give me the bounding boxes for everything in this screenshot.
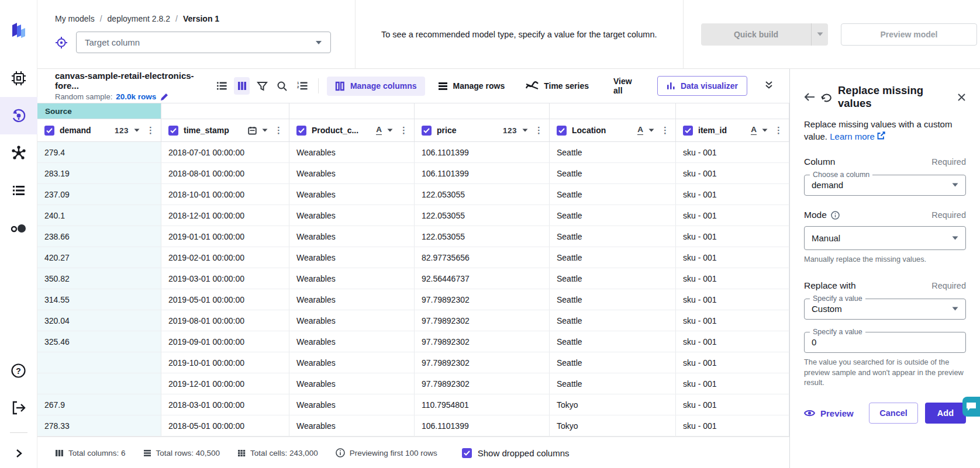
arrow-left-icon	[804, 92, 815, 102]
table-cell: 278.33	[37, 415, 161, 436]
table-cell: Wearables	[289, 226, 415, 247]
sidebar-item-sign-out[interactable]	[0, 389, 37, 427]
column-header-demand[interactable]: demand123⋮	[37, 119, 161, 141]
grid-view-button[interactable]	[234, 77, 249, 95]
quick-build-caret-button[interactable]	[811, 23, 828, 46]
source-tab[interactable]: Source	[37, 103, 161, 119]
collapse-toolbar-button[interactable]	[765, 81, 773, 92]
table-cell: Wearables	[289, 352, 415, 373]
column-checkbox[interactable]	[44, 126, 54, 136]
breadcrumb-deployment[interactable]: deployment 2.8.2	[108, 14, 170, 23]
mode-select[interactable]: Manual	[804, 226, 966, 250]
numbered-list-button[interactable]: 1 2	[295, 77, 310, 95]
column-checkbox[interactable]	[168, 126, 178, 136]
column-checkbox[interactable]	[422, 126, 432, 136]
table-cell: 420.27	[37, 247, 161, 268]
sidebar-item-automations[interactable]	[0, 209, 37, 247]
table-cell: sku - 001	[676, 289, 789, 310]
manage-columns-button[interactable]: Manage columns	[327, 77, 425, 96]
column-checkbox[interactable]	[557, 126, 567, 136]
info-icon[interactable]	[831, 211, 840, 220]
column-header-item-id[interactable]: item_idA⋮	[676, 119, 789, 141]
breadcrumb-separator: /	[175, 14, 178, 23]
table-cell: 97.79892302	[415, 310, 550, 331]
sidebar-item-canvas-active[interactable]	[0, 97, 37, 134]
table-cell: 122.053055	[415, 205, 550, 226]
quick-build-split-button: Quick build	[701, 23, 828, 46]
external-link-icon[interactable]	[877, 131, 885, 140]
learn-more-link[interactable]: Learn more	[830, 131, 875, 141]
table-cell: 110.7954801	[415, 394, 550, 415]
sidebar-item-help[interactable]: ?	[0, 352, 37, 389]
table-cell: 325.46	[37, 331, 161, 352]
table-cell: 2019-05-01 00:00:00	[161, 289, 289, 310]
target-column-select[interactable]: Target column	[76, 32, 331, 53]
column-checkbox[interactable]	[296, 126, 306, 136]
column-select[interactable]: Choose a column demand	[804, 171, 966, 196]
data-visualizer-button[interactable]: Data visualizer	[657, 76, 747, 96]
column-menu-button[interactable]: ⋮	[145, 125, 156, 136]
column-menu-button[interactable]: ⋮	[398, 125, 409, 136]
replace-missing-values-panel: Replace missing values Replace missing v…	[789, 69, 980, 468]
manage-rows-button[interactable]: Manage rows	[430, 77, 513, 95]
column-header-location[interactable]: LocationA⋮	[550, 119, 676, 141]
cancel-button[interactable]: Cancel	[869, 403, 918, 424]
time-series-button[interactable]: Time series	[517, 77, 597, 95]
search-button[interactable]	[274, 77, 289, 95]
sidebar-item-compute[interactable]	[0, 60, 37, 97]
preview-button[interactable]: Preview	[804, 408, 854, 418]
data-visualizer-label: Data visualizer	[681, 81, 738, 91]
column-menu-button[interactable]: ⋮	[660, 125, 671, 136]
table-cell: 314.55	[37, 289, 161, 310]
table-cell: 92.56446737	[415, 268, 550, 289]
sample-rows-link[interactable]: 20.0k rows	[116, 92, 156, 101]
view-all-button[interactable]: View all	[613, 77, 640, 95]
table-cell: 2019-01-01 00:00:00	[161, 226, 289, 247]
close-panel-button[interactable]	[957, 93, 966, 102]
sidebar-item-models[interactable]	[0, 134, 37, 172]
sidebar-expand-button[interactable]	[0, 439, 37, 468]
canvas-logo[interactable]	[0, 12, 37, 49]
table-cell: 237.09	[37, 184, 161, 204]
breadcrumb-version[interactable]: Version 1	[183, 14, 219, 23]
table-cell: 2018-08-01 00:00:00	[161, 163, 289, 183]
back-button[interactable]	[804, 92, 815, 102]
table-cell: 2018-05-01 00:00:00	[161, 415, 289, 436]
column-header-time-stamp[interactable]: time_stamp⋮	[161, 119, 289, 141]
table-cell: sku - 001	[676, 331, 789, 352]
toolbar-separator	[318, 78, 319, 93]
column-header-product-c-[interactable]: Product_c...A⋮	[289, 119, 415, 141]
table-cell: Seattle	[550, 226, 676, 247]
column-menu-button[interactable]: ⋮	[773, 125, 784, 136]
custom-value-input[interactable]: 0	[812, 337, 958, 347]
svg-text:2: 2	[297, 85, 299, 89]
add-button[interactable]: Add	[925, 403, 966, 424]
data-grid: Source demand123⋮time_stamp⋮Product_c...…	[37, 103, 789, 436]
chat-widget-button[interactable]	[962, 397, 980, 417]
column-menu-button[interactable]: ⋮	[273, 125, 284, 136]
list-view-button[interactable]	[214, 77, 229, 95]
replace-with-select[interactable]: Specify a value Custom	[804, 294, 966, 320]
filter-button[interactable]	[254, 77, 270, 95]
column-menu-button[interactable]: ⋮	[533, 125, 544, 136]
show-dropped-columns-checkbox[interactable]	[462, 448, 472, 458]
table-cell: Wearables	[289, 310, 415, 331]
columns-count-icon	[55, 449, 64, 457]
table-cell: 2018-10-01 00:00:00	[161, 184, 289, 204]
table-cell: 320.04	[37, 310, 161, 331]
column-name: demand	[60, 126, 91, 135]
custom-value-field[interactable]: Specify a value 0	[804, 328, 966, 353]
quick-build-button[interactable]: Quick build	[701, 23, 811, 46]
table-cell: Wearables	[289, 415, 415, 436]
column-name: Product_c...	[312, 126, 358, 135]
table-cell: 122.053055	[415, 226, 550, 247]
sidebar-item-datasets[interactable]	[0, 172, 37, 209]
preview-model-button[interactable]: Preview model	[841, 23, 977, 46]
breadcrumb-my-models[interactable]: My models	[55, 14, 95, 23]
column-header-price[interactable]: price123⋮	[415, 119, 550, 141]
grid-body: 279.42018-07-01 00:00:00Wearables106.110…	[37, 142, 789, 436]
number-type-icon: 123	[115, 126, 129, 135]
column-checkbox[interactable]	[683, 126, 693, 136]
replace-transform-icon	[821, 92, 832, 102]
edit-pencil-icon[interactable]	[160, 92, 169, 102]
